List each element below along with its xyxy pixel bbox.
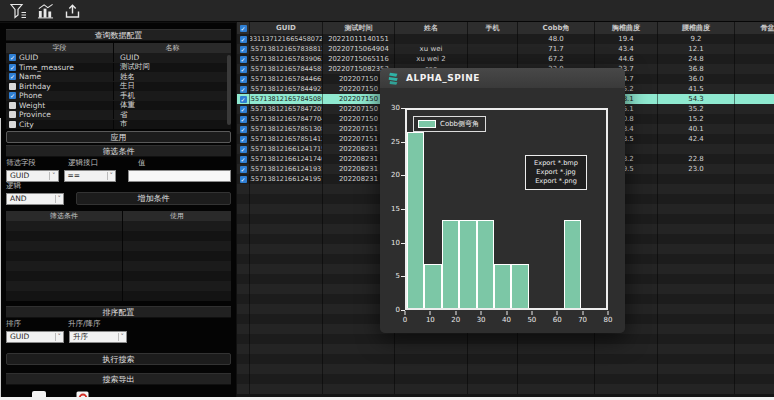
logic-select[interactable]: AND <box>6 193 64 205</box>
legend-swatch <box>418 120 436 128</box>
row-checkbox[interactable] <box>240 116 247 123</box>
empty-cell <box>250 204 323 214</box>
chart-icon[interactable] <box>36 2 54 19</box>
column-header-pelvis[interactable]: 骨盆倾斜 <box>735 22 774 34</box>
field-checkbox[interactable] <box>9 102 16 109</box>
field-list-row[interactable]: City市 <box>6 120 231 130</box>
popup-title: ALPHA_SPINE <box>406 73 480 83</box>
column-header-name[interactable]: 姓名 <box>395 22 468 34</box>
cell-lumbar: 54.3 <box>658 94 735 104</box>
row-checkbox[interactable] <box>240 36 247 43</box>
field-list-row[interactable]: Name姓名 <box>6 72 231 82</box>
field-name-label: 测试时间 <box>114 62 231 72</box>
field-list-row[interactable]: Phone手机 <box>6 91 231 101</box>
field-list-row[interactable]: Weight体重 <box>6 101 231 111</box>
empty-cell <box>735 184 774 194</box>
empty-cell <box>323 334 395 344</box>
add-condition-button[interactable]: 增加条件 <box>76 192 231 205</box>
row-checkbox[interactable] <box>240 136 247 143</box>
export-icon[interactable] <box>63 2 81 19</box>
cell-guid: 1557138121657847205 <box>250 104 323 114</box>
empty-cell <box>735 294 774 304</box>
cell-phone <box>468 44 518 54</box>
field-list-row[interactable]: Province省 <box>6 110 231 120</box>
field-list-scrollbar[interactable] <box>227 55 231 125</box>
column-header-time[interactable]: 测试时间 <box>323 22 395 34</box>
row-checkbox[interactable] <box>240 56 247 63</box>
table-row[interactable]: 155713812165783906220220715065116xu wei … <box>237 54 774 64</box>
row-checkbox[interactable] <box>240 76 247 83</box>
cell-time: 20220715065116 <box>323 54 395 64</box>
filter-condition-cell <box>6 261 123 271</box>
filter-icon[interactable] <box>9 2 27 19</box>
row-checkbox-cell <box>237 84 250 94</box>
row-checkbox[interactable] <box>240 126 247 133</box>
row-checkbox[interactable] <box>240 166 247 173</box>
filter-operator-select[interactable]: == <box>64 170 117 182</box>
filter-table-row <box>6 281 231 291</box>
field-checkbox[interactable] <box>9 64 16 71</box>
field-checkbox[interactable] <box>9 111 16 118</box>
field-id-label: Time_measure <box>19 63 74 72</box>
filter-value-input[interactable] <box>128 170 231 182</box>
row-checkbox-cell <box>237 144 250 154</box>
column-header-guid[interactable]: GUID <box>250 22 323 34</box>
table-row[interactable]: 3311371216654580722022101114015148.019.4… <box>237 34 774 44</box>
table-empty-row <box>237 354 774 364</box>
field-cell: Name <box>6 72 114 81</box>
row-checkbox-cell <box>237 104 250 114</box>
row-checkbox[interactable] <box>240 66 247 73</box>
field-checkbox[interactable] <box>9 73 16 80</box>
field-list-row[interactable]: Birthday生日 <box>6 82 231 92</box>
filter-use-cell <box>123 231 231 241</box>
row-checkbox[interactable] <box>240 176 247 183</box>
context-menu-item[interactable]: Export *.bmp <box>526 159 586 168</box>
sort-field-select[interactable]: GUID <box>6 331 64 343</box>
table-row[interactable]: 155713812165783881220220715064904xu wei7… <box>237 44 774 54</box>
column-header-phone[interactable]: 手机 <box>468 22 518 34</box>
execute-search-button[interactable]: 执行搜索 <box>6 353 231 365</box>
context-menu-item[interactable]: Export *.jpg <box>526 168 586 177</box>
field-checkbox[interactable] <box>9 54 16 61</box>
x-axis-tick: 40 <box>502 316 511 324</box>
select-all-checkbox[interactable] <box>240 25 247 32</box>
empty-cell <box>595 334 658 344</box>
row-checkbox[interactable] <box>240 106 247 113</box>
field-list-row[interactable]: GUIDGUID <box>6 53 231 63</box>
empty-cell <box>237 374 250 384</box>
apply-button[interactable]: 应用 <box>6 131 231 143</box>
row-checkbox[interactable] <box>240 46 247 53</box>
empty-cell <box>735 314 774 324</box>
field-checkbox[interactable] <box>9 92 16 99</box>
popup-title-bar[interactable]: ALPHA_SPINE <box>380 68 625 88</box>
empty-cell <box>735 274 774 284</box>
cell-phone <box>468 54 518 64</box>
row-checkbox[interactable] <box>240 86 247 93</box>
row-checkbox[interactable] <box>240 96 247 103</box>
table-empty-row <box>237 364 774 374</box>
empty-cell <box>250 274 323 284</box>
cell-guid: 1557138121657844585 <box>250 64 323 74</box>
field-id-label: Name <box>19 72 41 81</box>
field-list-row[interactable]: Time_measure测试时间 <box>6 63 231 73</box>
cell-cobb: 48.0 <box>518 34 595 44</box>
empty-cell <box>735 254 774 264</box>
context-menu-item[interactable]: Export *.png <box>526 177 586 186</box>
row-checkbox-cell <box>237 54 250 64</box>
sort-label: 排序 <box>6 319 68 329</box>
column-header-cobb[interactable]: Cobb角 <box>518 22 595 34</box>
column-header-thoracic[interactable]: 胸椎曲度 <box>595 22 658 34</box>
filter-condition-cell <box>6 241 123 251</box>
row-checkbox[interactable] <box>240 146 247 153</box>
empty-cell <box>237 274 250 284</box>
empty-cell <box>658 364 735 374</box>
field-checkbox[interactable] <box>9 121 16 128</box>
filter-section-header: 筛选条件 <box>6 145 231 157</box>
field-checkbox[interactable] <box>9 83 16 90</box>
column-header-lumbar[interactable]: 腰椎曲度 <box>658 22 735 34</box>
filter-field-select[interactable]: GUID <box>6 170 59 182</box>
row-checkbox[interactable] <box>240 156 247 163</box>
sort-order-select[interactable]: 升序 <box>69 331 127 343</box>
y-axis-tick: 25 <box>380 138 400 146</box>
export-context-menu: Export *.bmpExport *.jpgExport *.png <box>525 155 587 190</box>
